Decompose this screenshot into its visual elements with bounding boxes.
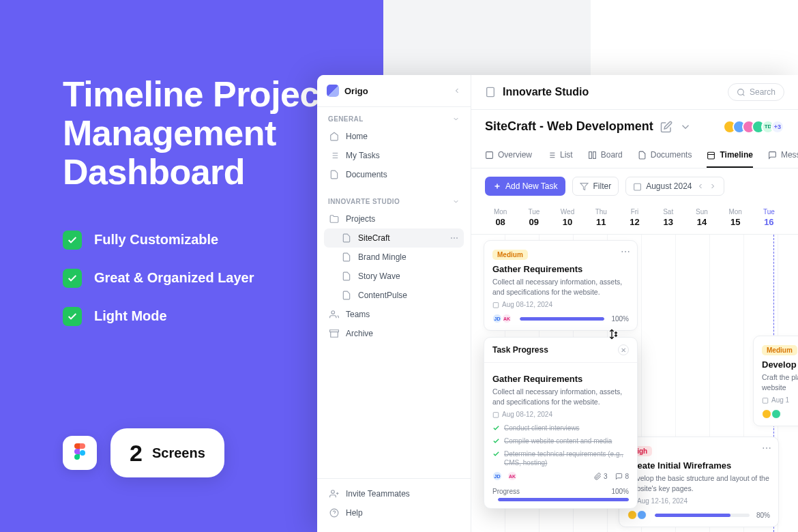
nav-home[interactable]: Home [324,127,464,146]
nav-heading-general[interactable]: GENERAL [324,113,464,127]
screens-count-pill: 2 Screens [110,428,224,477]
more-icon[interactable]: ⋯ [621,246,630,257]
day-column: Wed10 [550,204,584,234]
task-description: Craft the plan that will define the webs… [762,372,798,392]
file-icon [342,271,351,281]
calendar-icon [762,397,769,404]
users-icon [329,310,339,319]
building-icon [485,87,496,98]
filter-button[interactable]: Filter [572,177,619,196]
progress-label: Progress [492,488,520,495]
add-task-button[interactable]: Add New Task [485,177,565,196]
month-picker[interactable]: August 2024 [625,177,724,196]
day-column: Fri12 [618,204,651,234]
tab-overview[interactable]: Overview [485,143,532,168]
plus-icon [493,182,501,190]
task-dates: Aug 12-16, 2024 [627,497,770,505]
assignee-avatars[interactable]: TD +3 [727,120,784,134]
timeline-body[interactable]: ⋯ Medium Gather Requirements Collect all… [471,235,798,532]
app-window: Origo GENERAL Home My Tasks Documents IN… [317,75,798,532]
day-column: Sun14 [685,204,718,234]
nav-project-storywave[interactable]: Story Wave [324,267,464,286]
list-icon [547,151,556,160]
close-icon[interactable]: ✕ [618,344,629,355]
avatar-more[interactable]: +3 [771,120,784,134]
search-input[interactable]: Search [728,83,784,101]
avatar-initials: AK [507,471,517,481]
day-column: Tue09 [517,204,550,234]
task-dates: Aug 08-12, 2024 [492,301,629,308]
edit-icon[interactable] [660,121,673,133]
svg-rect-22 [593,151,595,158]
more-icon[interactable]: ⋯ [762,443,771,454]
chevron-down-icon [452,115,460,123]
nav-projects[interactable]: Projects [324,209,464,228]
svg-point-8 [331,490,335,494]
check-icon [492,424,500,432]
timeline-days-header: Mon08 Tue09 Wed10 Thu11 Fri12 Sat13 Sun1… [471,204,798,235]
progress-bar [498,498,629,501]
task-progress-popup: Task Progress ✕ Gather Requirements Coll… [484,337,638,509]
archive-icon [329,329,339,338]
app-logo-icon [327,85,339,97]
timeline-toolbar: Add New Task Filter August 2024 [471,168,798,204]
task-description: Collect all necessary information, asset… [492,387,629,407]
user-plus-icon [329,489,339,499]
svg-marker-27 [581,183,589,190]
chevron-right-icon[interactable] [709,182,717,190]
task-title: Gather Requirements [492,374,629,384]
eye-icon [485,151,494,160]
check-icon [492,450,500,458]
timeline-view[interactable]: Mon08 Tue09 Wed10 Thu11 Fri12 Sat13 Sun1… [471,204,798,532]
priority-badge: Medium [492,250,528,260]
nav-invite[interactable]: Invite Teammates [324,484,464,503]
tab-timeline[interactable]: Timeline [707,143,752,168]
task-card[interactable]: ⋯ High Create Initial Wireframes Develop… [619,437,779,527]
task-description: Develop the basic structure and layout o… [627,473,770,493]
avatar [762,409,771,419]
tab-documents[interactable]: Documents [638,143,692,168]
app-name: Origo [344,86,447,96]
chevron-down-icon[interactable] [679,121,692,133]
calendar-icon [707,151,715,160]
nav-heading-workspace[interactable]: INNOVARTE STUDIO [324,195,464,209]
day-column: Mon15 [719,204,752,234]
folder-icon [329,214,339,224]
svg-rect-29 [493,303,499,308]
task-card[interactable]: Medium Develop Craft the plan that will … [753,336,798,426]
day-column: Mon08 [484,204,517,234]
file-icon [342,252,351,262]
tab-board[interactable]: Board [588,143,623,168]
nav-project-brandmingle[interactable]: Brand Mingle [324,248,464,267]
comments-count[interactable]: 8 [615,473,629,480]
attachments-count[interactable]: 3 [594,473,608,480]
tab-list[interactable]: List [547,143,573,168]
workspace-title: Innovarte Studio [503,86,721,98]
brand-header[interactable]: Origo [317,75,471,107]
svg-rect-12 [487,87,494,96]
svg-rect-23 [708,152,715,159]
filter-icon [580,182,589,191]
more-icon[interactable]: ⋯ [450,233,458,243]
nav-my-tasks[interactable]: My Tasks [324,146,464,165]
nav-documents[interactable]: Documents [324,165,464,184]
progress-percent: 80% [756,512,770,519]
check-icon [63,269,82,288]
tab-messages[interactable]: Messages [768,143,798,168]
nav-help[interactable]: Help [324,503,464,522]
chevron-left-icon[interactable] [453,87,461,95]
nav-teams[interactable]: Teams [324,305,464,324]
nav-project-sitecraft[interactable]: SiteCraft⋯ [324,228,464,248]
nav-archive[interactable]: Archive [324,324,464,343]
subtask-item: Determine technical requirements (e.g., … [492,449,629,467]
file-icon [329,170,339,179]
main-panel: Innovarte Studio Search SiteCraft - Web … [471,75,798,532]
message-icon [768,151,777,160]
progress-bar [655,514,750,517]
svg-rect-31 [763,398,768,404]
search-icon [737,88,745,97]
figma-icon [63,436,97,470]
task-card[interactable]: ⋯ Medium Gather Requirements Collect all… [484,240,638,331]
chevron-left-icon[interactable] [696,182,705,190]
nav-project-contentpulse[interactable]: ContentPulse [324,286,464,305]
